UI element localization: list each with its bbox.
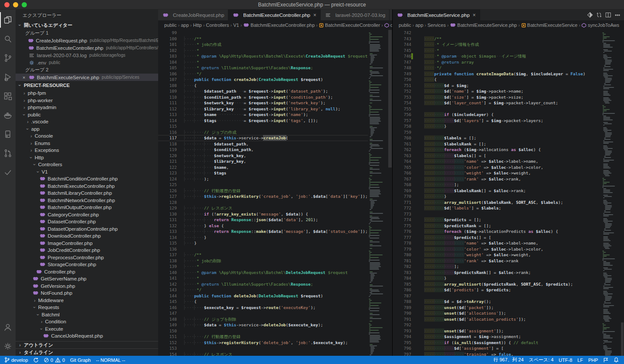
tree-item[interactable]: Controller.php bbox=[16, 268, 158, 276]
activity-checks[interactable] bbox=[0, 163, 16, 182]
tree-item[interactable]: ›Console bbox=[16, 132, 158, 140]
close-tab-icon[interactable]: × bbox=[473, 12, 476, 18]
breadcrumb-item[interactable]: public bbox=[399, 23, 411, 28]
tree-item[interactable]: ›php-fpm bbox=[16, 90, 158, 97]
line-number: 795 bbox=[393, 340, 411, 346]
tree-item[interactable]: BatchmlLibraryController.php bbox=[16, 190, 158, 197]
tree-item[interactable]: ›.vscode bbox=[16, 118, 158, 126]
tree-item[interactable]: GetServerName.php bbox=[16, 275, 158, 283]
status-notifications[interactable] bbox=[614, 357, 619, 363]
tree-item[interactable]: DatasetOperationController.php bbox=[16, 225, 158, 233]
tree-item[interactable]: ›Http bbox=[16, 154, 158, 161]
tree-item[interactable]: BatchmlOutputController.php bbox=[16, 204, 158, 211]
activity-account[interactable] bbox=[0, 318, 16, 337]
breadcrumb-item[interactable]: BatchmlExecuteService.php bbox=[450, 23, 517, 28]
breadcrumb-item[interactable]: Services bbox=[427, 23, 445, 28]
status-eol[interactable]: LF bbox=[578, 358, 583, 363]
status-sync[interactable] bbox=[33, 358, 39, 363]
tree-item[interactable]: BatchmlConditionController.php bbox=[16, 175, 158, 183]
close-editor-icon[interactable]: × bbox=[23, 75, 28, 80]
activity-pull-requests[interactable] bbox=[0, 144, 16, 163]
breadcrumb-item[interactable]: app bbox=[415, 23, 423, 28]
tree-item[interactable]: StorageController.php bbox=[16, 261, 158, 268]
tree-item[interactable]: ›Batchml bbox=[16, 311, 158, 319]
editor-scrollbar[interactable] bbox=[621, 30, 624, 356]
breadcrumb-item[interactable]: BatchmlExecuteService bbox=[521, 23, 578, 28]
editor-scrollbar[interactable] bbox=[388, 30, 392, 356]
status-feedback[interactable] bbox=[603, 358, 608, 363]
tree-item[interactable]: ›Condition bbox=[16, 318, 158, 325]
tab-laravel-2020-07-03.log[interactable]: laravel-2020-07-03.log bbox=[321, 10, 390, 20]
breadcrumb-item[interactable]: Controllers bbox=[206, 23, 229, 28]
action-split-editor[interactable] bbox=[605, 12, 611, 18]
tree-item[interactable]: ›Controllers bbox=[16, 161, 158, 168]
tree-item[interactable]: DownloadController.php bbox=[16, 232, 158, 240]
tab-CreateJobRequest.php[interactable]: CreateJobRequest.php bbox=[158, 10, 228, 20]
status-indentation[interactable]: スペース: 4 bbox=[529, 357, 553, 363]
action-compare[interactable] bbox=[596, 12, 602, 18]
close-tab-icon[interactable]: × bbox=[313, 12, 316, 18]
tree-item[interactable]: PreprocessController.php bbox=[16, 254, 158, 261]
tree-item[interactable]: ›app bbox=[16, 126, 158, 133]
action-more[interactable] bbox=[614, 12, 621, 18]
breadcrumb-item[interactable]: V1 bbox=[233, 23, 239, 28]
minimap[interactable] bbox=[601, 30, 621, 356]
tree-item[interactable]: ImageController.php bbox=[16, 240, 158, 247]
status-problems[interactable]: 00 bbox=[44, 358, 65, 363]
breadcrumb-item[interactable]: syncJobToAws bbox=[582, 23, 619, 28]
tree-item[interactable]: ›Execute bbox=[16, 325, 158, 333]
activity-source-control[interactable] bbox=[0, 48, 16, 68]
action-open-changes[interactable] bbox=[587, 12, 593, 18]
open-editor-item[interactable]: .envpublic bbox=[16, 59, 158, 66]
status-git-branch[interactable]: develop bbox=[4, 357, 28, 363]
tree-item[interactable]: GetVersion.php bbox=[16, 283, 158, 290]
activity-explorer[interactable] bbox=[0, 10, 16, 29]
breadcrumb-item[interactable]: public bbox=[164, 23, 177, 28]
tree-item[interactable]: ›V1 bbox=[16, 168, 158, 176]
tab-BatchmlExecuteController.php[interactable]: BatchmlExecuteController.php× bbox=[228, 10, 321, 20]
minimap-line bbox=[369, 187, 380, 188]
open-editors-header[interactable]: ›開いているエディター bbox=[16, 21, 158, 29]
tree-item[interactable]: ›Exceptions bbox=[16, 147, 158, 154]
breadcrumb-item[interactable]: app bbox=[181, 23, 188, 28]
tab-BatchmlExecuteService.php[interactable]: BatchmlExecuteService.php× bbox=[393, 10, 480, 20]
breadcrumb-item[interactable]: Http bbox=[193, 23, 202, 28]
tree-item[interactable]: CancelJobRequest.php bbox=[16, 332, 158, 340]
activity-extensions[interactable] bbox=[0, 87, 16, 106]
scrollbar-slider[interactable] bbox=[621, 322, 624, 356]
tree-item[interactable]: ›Middleware bbox=[16, 297, 158, 304]
tree-item[interactable]: ›public bbox=[16, 111, 158, 119]
activity-search[interactable] bbox=[0, 29, 16, 48]
tree-item[interactable]: ›php-worker bbox=[16, 97, 158, 104]
status-language-mode[interactable]: PHP bbox=[588, 358, 598, 363]
minimap[interactable] bbox=[368, 30, 388, 356]
open-editor-item[interactable]: CreateJobRequest.phppublic/app/Http/Requ… bbox=[16, 37, 158, 44]
status-vim-mode[interactable]: -- NORMAL -- bbox=[96, 358, 125, 363]
scrollbar-slider[interactable] bbox=[388, 30, 392, 168]
tree-item[interactable]: JobCreditController.php bbox=[16, 247, 158, 254]
tree-item[interactable]: ›Requests bbox=[16, 304, 158, 311]
status-cursor-position[interactable]: 行 967、列 24 bbox=[494, 357, 524, 363]
sidebar-section-タイムライン[interactable]: ›タイムライン bbox=[16, 348, 158, 356]
tree-item[interactable]: BatchmlExecuteController.php bbox=[16, 183, 158, 190]
open-editor-item[interactable]: laravel-2020-07-03.logpublic/storage/log… bbox=[16, 52, 158, 59]
open-editor-item[interactable]: ×BatchmlExecuteService.phppublic/app/Ser… bbox=[16, 74, 158, 81]
tree-item[interactable]: BatchmlNetworkController.php bbox=[16, 197, 158, 204]
status-encoding[interactable]: UTF-8 bbox=[559, 358, 572, 363]
activity-remote-server[interactable] bbox=[0, 125, 16, 144]
activity-run-debug[interactable] bbox=[0, 68, 16, 87]
status-git-graph[interactable]: Git Graph bbox=[70, 358, 91, 363]
breadcrumb-item[interactable]: BatchmlExecuteController bbox=[319, 23, 380, 28]
breadcrumb-item[interactable]: BatchmlExecuteController.php bbox=[243, 23, 315, 28]
tree-item[interactable]: ›phpmyadmin bbox=[16, 104, 158, 111]
tree-item[interactable]: NotFound.php bbox=[16, 290, 158, 297]
sidebar-section-アウトライン[interactable]: ›アウトライン bbox=[16, 341, 158, 348]
tree-item[interactable]: CategoryController.php bbox=[16, 211, 158, 219]
breadcrumb-item[interactable]: crea bbox=[384, 23, 392, 28]
tree-root-header[interactable]: › PREICT-RESOURCE bbox=[16, 81, 158, 90]
tree-item[interactable]: DatasetController.php bbox=[16, 218, 158, 225]
activity-docker[interactable] bbox=[0, 106, 16, 125]
tree-item[interactable]: ›Enums bbox=[16, 140, 158, 147]
activity-settings[interactable] bbox=[0, 337, 16, 356]
open-editor-item[interactable]: BatchmlExecuteController.phppublic/app/H… bbox=[16, 44, 158, 52]
